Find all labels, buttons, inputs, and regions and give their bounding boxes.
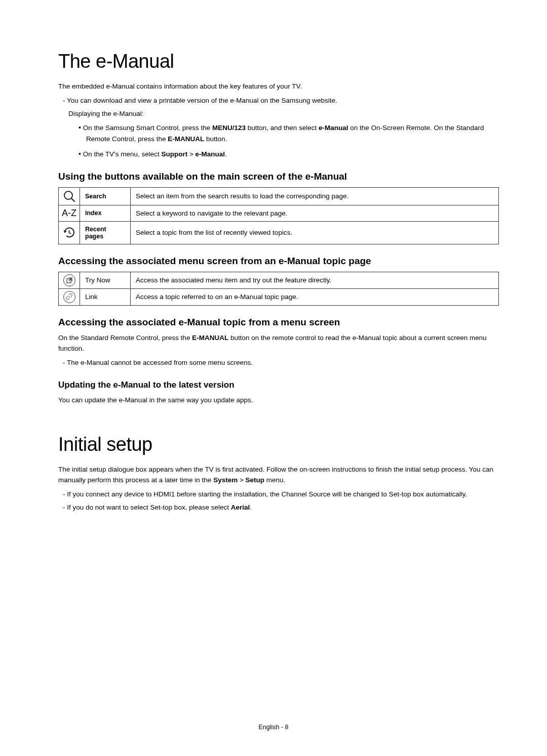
aerial-note: If you do not want to select Set-top box…	[58, 502, 499, 513]
emanual-button-label: E-MANUAL	[168, 135, 204, 143]
subheading-associated-menu: Accessing the associated menu screen fro…	[58, 256, 499, 267]
link-label: Link	[80, 288, 131, 305]
updating-paragraph: You can update the e-Manual in the same …	[58, 395, 499, 406]
emanual-label: e-Manual	[319, 124, 348, 132]
recent-label: Recent pages	[80, 221, 131, 244]
search-icon	[59, 187, 80, 205]
bullet-tv-menu: On the TV's menu, select Support > e-Man…	[58, 148, 499, 160]
topic-buttons-table: Try Now Access the associated menu item …	[58, 272, 499, 306]
search-label: Search	[80, 187, 131, 205]
system-label: System	[213, 476, 238, 484]
aerial-label: Aerial	[231, 503, 250, 511]
section-heading-initial-setup: Initial setup	[58, 434, 499, 455]
svg-line-1	[71, 198, 74, 201]
index-desc: Select a keyword to navigate to the rele…	[131, 205, 499, 221]
index-icon: A-Z	[59, 205, 80, 221]
support-label: Support	[161, 150, 187, 158]
menu-123-label: MENU/123	[212, 124, 246, 132]
footer-language: English	[258, 724, 279, 731]
link-desc: Access a topic referred to on an e-Manua…	[131, 288, 499, 305]
table-row: Try Now Access the associated menu item …	[59, 272, 499, 288]
displaying-label: Displaying the e-Manual:	[58, 108, 499, 119]
text-fragment: On the Samsung Smart Control, press the	[83, 124, 212, 132]
try-now-desc: Access the associated menu item and try …	[131, 272, 499, 288]
table-row: A-Z Index Select a keyword to navigate t…	[59, 205, 499, 221]
table-row: Search Select an item from the search re…	[59, 187, 499, 205]
emanual-label: e-Manual	[196, 150, 225, 158]
subheading-main-screen-buttons: Using the buttons available on the main …	[58, 171, 499, 182]
emanual-button-label: E-MANUAL	[192, 334, 228, 342]
text-fragment: On the Standard Remote Control, press th…	[58, 334, 192, 342]
table-row: Link Access a topic referred to on an e-…	[59, 288, 499, 305]
svg-line-4	[69, 233, 71, 234]
subheading-from-menu-screen: Accessing the associated e-Manual topic …	[58, 317, 499, 328]
text-fragment: .	[225, 150, 227, 158]
bullet-smart-control: On the Samsung Smart Control, press the …	[58, 122, 499, 145]
page-footer: English - 8	[0, 724, 547, 731]
download-note: You can download and view a printable ve…	[58, 95, 499, 106]
section-heading-emanual: The e-Manual	[58, 51, 499, 72]
text-fragment: button.	[204, 135, 227, 143]
try-now-icon	[59, 272, 80, 288]
svg-line-8	[68, 296, 70, 298]
table-row: Recent pages Select a topic from the lis…	[59, 221, 499, 244]
subheading-updating: Updating the e-Manual to the latest vers…	[58, 380, 499, 390]
footer-page-number: 8	[285, 724, 289, 731]
initial-setup-paragraph: The initial setup dialogue box appears w…	[58, 465, 499, 486]
intro-paragraph: The embedded e-Manual contains informati…	[58, 81, 499, 92]
text-fragment: >	[238, 476, 245, 484]
buttons-table: Search Select an item from the search re…	[58, 187, 499, 244]
menu-screen-paragraph: On the Standard Remote Control, press th…	[58, 333, 499, 354]
text-fragment: .	[250, 503, 252, 511]
recent-desc: Select a topic from the list of recently…	[131, 221, 499, 244]
menu-screen-note: The e-Manual cannot be accessed from som…	[58, 357, 499, 368]
text-fragment: >	[187, 150, 195, 158]
text-fragment: menu.	[264, 476, 285, 484]
text-fragment: If you do not want to select Set-top box…	[67, 503, 230, 511]
recent-icon	[59, 221, 80, 244]
link-icon	[59, 288, 80, 305]
try-now-label: Try Now	[80, 272, 131, 288]
index-label: Index	[80, 205, 131, 221]
search-desc: Select an item from the search results t…	[131, 187, 499, 205]
hdmi-note: If you connect any device to HDMI1 befor…	[58, 489, 499, 500]
setup-label: Setup	[246, 476, 265, 484]
text-fragment: button, and then select	[246, 124, 319, 132]
text-fragment: On the TV's menu, select	[83, 150, 162, 158]
az-text: A-Z	[62, 208, 76, 218]
